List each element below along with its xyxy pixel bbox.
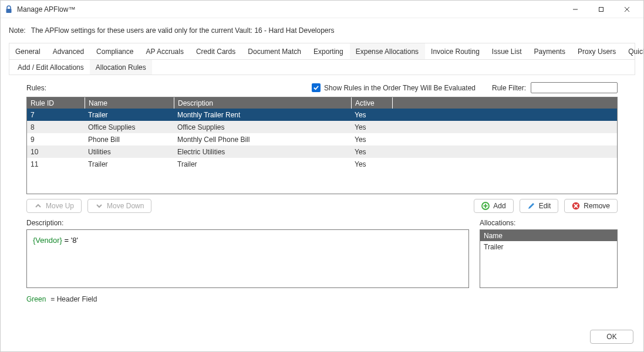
tab-quick-notes[interactable]: Quick Notes [622,43,644,59]
legend-green: Green [26,295,46,303]
chevron-down-icon [95,202,103,210]
show-order-checkbox[interactable] [312,83,321,92]
cell: Electric Utilities [174,148,351,156]
rule-filter-input[interactable] [531,82,618,93]
tab-credit-cards[interactable]: Credit Cards [190,43,242,59]
cell: Yes [351,160,392,168]
cell: Monthly Cell Phone Bill [174,136,351,144]
note-label: Note: [9,26,26,35]
close-button[interactable] [614,1,640,18]
move-up-button[interactable]: Move Up [26,199,82,213]
tab-document-match[interactable]: Document Match [242,43,308,59]
legend: Green = Header Field [26,295,618,303]
cell: Utilities [85,148,174,156]
tab-exporting[interactable]: Exporting [308,43,350,59]
add-button[interactable]: Add [474,199,513,213]
sub-tabs: Add / Edit AllocationsAllocation Rules [9,60,635,75]
show-order-label: Show Rules in the Order They Will Be Eva… [324,84,476,92]
description-box: {Vendor} = '8' [26,229,469,288]
tab-expense-allocations[interactable]: Expense Allocations [350,43,425,59]
cell: Yes [351,123,392,131]
allocations-grid: Name Trailer [480,229,618,288]
ok-label: OK [606,333,616,341]
cell: Trailer [85,111,174,119]
description-label: Description: [26,219,469,227]
svg-rect-2 [599,7,603,11]
titlebar: Manage APFlow™ [1,1,643,18]
remove-button[interactable]: Remove [564,199,618,213]
chevron-up-icon [34,202,42,210]
edit-button[interactable]: Edit [520,199,559,213]
table-row[interactable]: 10UtilitiesElectric UtilitiesYes [27,145,617,158]
table-row[interactable]: 8Office SuppliesOffice SuppliesYes [27,121,617,133]
col-spacer [392,97,617,109]
cell: Office Supplies [174,123,351,131]
description-variable: {Vendor} [33,236,62,245]
cell: 8 [27,123,85,131]
allocations-label: Allocations: [480,219,618,227]
col-active[interactable]: Active [351,97,392,109]
tab-ap-accruals[interactable]: AP Accruals [140,43,190,59]
main-tabs: GeneralAdvancedComplianceAP AccrualsCred… [9,43,635,60]
cell: Yes [351,148,392,156]
tab-issue-list[interactable]: Issue List [486,43,528,59]
table-row[interactable]: 7TrailerMonthly Trailer RentYes [27,109,617,121]
move-down-button[interactable]: Move Down [87,199,151,213]
pencil-icon [527,202,535,210]
cell: 9 [27,136,85,144]
rules-grid: Rule ID Name Description Active 7Trailer… [26,97,618,194]
remove-label: Remove [584,202,610,210]
move-down-label: Move Down [107,202,144,210]
cell: Yes [351,111,392,119]
window-title: Manage APFlow™ [17,5,75,13]
minimize-button[interactable] [562,1,588,18]
alloc-col-name[interactable]: Name [480,230,617,241]
move-up-label: Move Up [46,202,74,210]
tab-payments[interactable]: Payments [528,43,572,59]
subtab-add-edit-allocations[interactable]: Add / Edit Allocations [12,60,90,75]
list-item[interactable]: Trailer [480,241,617,253]
maximize-button[interactable] [588,1,614,18]
tab-proxy-users[interactable]: Proxy Users [572,43,622,59]
note-text: The APFlow settings for these users are … [31,26,335,35]
cell: 7 [27,111,85,119]
tab-general[interactable]: General [9,43,47,59]
description-rest: = '8' [62,236,78,245]
tab-advanced[interactable]: Advanced [47,43,90,59]
rule-filter-label: Rule Filter: [492,84,526,92]
cell: Monthly Trailer Rent [174,111,351,119]
cell: 11 [27,160,85,168]
edit-label: Edit [539,202,551,210]
remove-circle-icon [572,202,580,210]
col-rule-id[interactable]: Rule ID [27,97,85,109]
vault-note: Note: The APFlow settings for these user… [9,26,635,35]
cell: Office Supplies [85,123,174,131]
cell: Yes [351,136,392,144]
cell: Trailer [174,160,351,168]
add-label: Add [493,202,505,210]
svg-rect-0 [6,9,12,13]
col-name[interactable]: Name [85,97,174,109]
cell: Phone Bill [85,136,174,144]
col-description[interactable]: Description [174,97,351,109]
table-row[interactable]: 9Phone BillMonthly Cell Phone BillYes [27,133,617,145]
rules-label: Rules: [26,84,46,92]
lock-icon [4,5,14,14]
table-row[interactable]: 11TrailerTrailerYes [27,158,617,170]
tab-invoice-routing[interactable]: Invoice Routing [425,43,486,59]
plus-circle-icon [481,202,490,210]
subtab-allocation-rules[interactable]: Allocation Rules [90,60,152,75]
cell: 10 [27,148,85,156]
legend-text: = Header Field [50,295,97,303]
ok-button[interactable]: OK [590,330,633,344]
cell: Trailer [85,160,174,168]
tab-compliance[interactable]: Compliance [90,43,140,59]
